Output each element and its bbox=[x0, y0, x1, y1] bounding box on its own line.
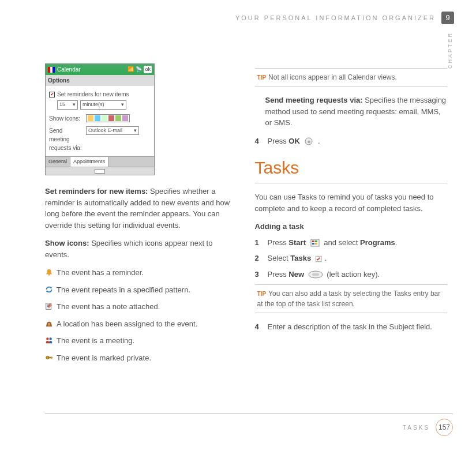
note-icon bbox=[45, 302, 53, 310]
svg-rect-17 bbox=[312, 273, 319, 276]
page-footer: TASKS 157 bbox=[45, 414, 453, 436]
calendar-screenshot: Calendar 📶 📡 ok Options ✔ Set reminders … bbox=[45, 63, 155, 175]
svg-rect-2 bbox=[48, 323, 50, 325]
header-title: YOUR PERSONAL INFORMATION ORGANIZER bbox=[235, 13, 436, 23]
start-icon bbox=[309, 238, 321, 247]
reminder-unit-field: minute(s)▾ bbox=[80, 100, 126, 110]
cal-set-reminders-label: Set reminders for new items bbox=[57, 90, 129, 99]
svg-rect-11 bbox=[312, 240, 314, 242]
icon-line-private: The event is marked private. bbox=[45, 352, 238, 364]
svg-point-0 bbox=[48, 274, 50, 276]
icon-line-location: A location has been assigned to the even… bbox=[45, 318, 238, 330]
keyboard-icon bbox=[95, 169, 105, 174]
set-reminders-para: Set reminders for new items: Specifies w… bbox=[45, 186, 238, 231]
meeting-icon bbox=[45, 336, 53, 344]
show-icons-para: Show icons: Specifies which icons appear… bbox=[45, 238, 238, 260]
adding-task-heading: Adding a task bbox=[255, 221, 448, 232]
ok-button-icon: ⊛ bbox=[303, 137, 314, 146]
svg-rect-12 bbox=[315, 240, 317, 242]
send-meeting-para: Send meeting requests via: Specifies the… bbox=[255, 95, 448, 129]
repeat-icon bbox=[45, 285, 53, 294]
cal-app-name: Calendar bbox=[57, 65, 81, 74]
tasks-icon bbox=[314, 254, 324, 264]
tip-label: TIP bbox=[257, 74, 267, 81]
svg-rect-14 bbox=[315, 243, 317, 245]
svg-rect-7 bbox=[51, 357, 53, 359]
cal-options-header: Options bbox=[46, 75, 154, 86]
reminder-value-field: 15▾ bbox=[57, 100, 78, 110]
cal-tab-general: General bbox=[46, 157, 70, 167]
tasks-intro: You can use Tasks to remind you of tasks… bbox=[255, 191, 448, 214]
chapter-number: 9 bbox=[441, 12, 454, 24]
tip-box-2: TIPYou can also add a task by selecting … bbox=[255, 284, 448, 313]
private-icon bbox=[45, 354, 53, 362]
svg-point-3 bbox=[46, 337, 48, 340]
svg-rect-13 bbox=[312, 243, 314, 245]
step-1: 1 Press Start and select Programs. bbox=[255, 237, 448, 249]
svg-text:⊛: ⊛ bbox=[308, 140, 310, 144]
icon-line-repeat: The event repeats in a specified pattern… bbox=[45, 284, 238, 296]
page-number: 157 bbox=[436, 419, 453, 436]
icon-line-meeting: The event is a meeting. bbox=[45, 335, 238, 347]
location-icon bbox=[45, 320, 53, 328]
tasks-heading: Tasks bbox=[255, 155, 448, 181]
footer-section: TASKS bbox=[403, 423, 430, 432]
left-column: Calendar 📶 📡 ok Options ✔ Set reminders … bbox=[45, 63, 238, 369]
cal-icons-selector bbox=[86, 114, 130, 122]
action-key-icon bbox=[308, 270, 324, 279]
cal-tab-appointments: Appointments bbox=[70, 156, 108, 167]
cal-show-icons-label: Show icons: bbox=[49, 114, 84, 123]
cal-sip-bar bbox=[46, 167, 154, 175]
antenna-icon: 📡 bbox=[136, 66, 142, 74]
icon-line-reminder: The event has a reminder. bbox=[45, 267, 238, 279]
signal-icon: 📶 bbox=[128, 66, 134, 74]
icon-line-note: The event has a note attached. bbox=[45, 301, 238, 313]
svg-point-4 bbox=[49, 337, 51, 340]
step-3: 3 Press New (left action key). bbox=[255, 269, 448, 280]
tip-label: TIP bbox=[257, 291, 267, 297]
cal-titlebar: Calendar 📶 📡 ok bbox=[46, 64, 154, 75]
reminder-checkbox: ✔ bbox=[49, 92, 55, 97]
ok-badge: ok bbox=[144, 66, 152, 74]
cal-tabs: General Appointments bbox=[46, 156, 154, 167]
step-2: 2 Select Tasks . bbox=[255, 253, 448, 264]
page-header: YOUR PERSONAL INFORMATION ORGANIZER 9 bbox=[235, 12, 454, 24]
tip-box-1: TIPNot all icons appear in all Calendar … bbox=[255, 68, 448, 87]
step-4-press-ok: 4 Press OK ⊛ . bbox=[255, 136, 448, 147]
start-flag-icon bbox=[48, 67, 55, 73]
cal-send-meeting-label: Send meeting requests via: bbox=[49, 126, 84, 152]
chapter-label: CHAPTER bbox=[447, 32, 455, 69]
reminder-icon bbox=[45, 268, 53, 276]
right-column: TIPNot all icons appear in all Calendar … bbox=[255, 63, 448, 369]
step-4: 4 Enter a description of the task in the… bbox=[255, 321, 448, 333]
send-meeting-field: Outlook E-mail▾ bbox=[86, 126, 139, 136]
section-rule bbox=[255, 183, 448, 183]
